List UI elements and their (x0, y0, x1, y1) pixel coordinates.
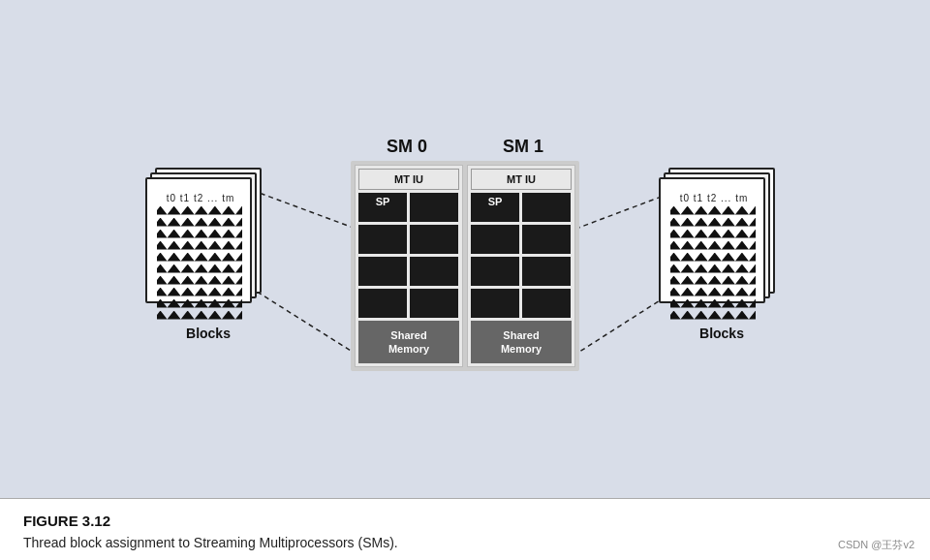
sm-labels-row: SM 0 SM 1 (349, 137, 581, 157)
csdn-watermark: CSDN @王芬v2 (838, 538, 914, 552)
thread-wave-9 (157, 299, 242, 308)
sm0-cell-4 (410, 257, 458, 286)
right-block-card-front: t0 t1 t2 ... tm (659, 177, 765, 303)
sm1-sp-dark (522, 193, 571, 222)
diagram-area: t0 t1 t2 ... tm (0, 0, 930, 498)
sm1-grid-row-1 (471, 225, 572, 254)
sm0-panel: MT IU SP (355, 165, 463, 368)
figure-label: FIGURE 3.12 (23, 513, 907, 529)
right-block-stack: t0 t1 t2 ... tm (659, 168, 785, 318)
sm1-grid-row-3 (471, 289, 572, 318)
sm1-sp-block: SP (471, 193, 519, 222)
sm0-grid-row-1 (358, 225, 459, 254)
sm0-cell-2 (410, 225, 458, 254)
sm1-label: SM 1 (465, 137, 581, 157)
right-thread-wave-2 (670, 218, 756, 227)
thread-wave-5 (157, 253, 242, 262)
sm1-panel: MT IU SP (467, 165, 575, 368)
sm1-cell-5 (471, 289, 519, 318)
sm0-cell-5 (358, 289, 407, 318)
sm1-cell-4 (522, 257, 571, 286)
sm0-sp-block: SP (358, 193, 407, 222)
right-thread-lines (670, 205, 758, 321)
right-thread-wave-9 (670, 299, 756, 308)
right-thread-wave-6 (670, 264, 756, 273)
left-blocks-label: Blocks (186, 326, 231, 341)
diagram-inner: t0 t1 t2 ... tm (87, 137, 843, 372)
sm0-cell-6 (410, 289, 458, 318)
right-thread-wave-5 (670, 253, 756, 262)
thread-wave-4 (157, 241, 242, 250)
sm0-cell-3 (358, 257, 407, 286)
sm1-shared-memory: SharedMemory (471, 321, 572, 364)
left-thread-lines (157, 205, 244, 321)
sm1-cell-6 (522, 289, 571, 318)
right-thread-wave-1 (670, 206, 756, 215)
main-container: t0 t1 t2 ... tm (0, 0, 930, 560)
right-blocks-label: Blocks (699, 326, 744, 341)
sm0-sp-dark (410, 193, 458, 222)
bottom-area: FIGURE 3.12 Thread block assignment to S… (0, 498, 930, 560)
right-thread-label: t0 t1 t2 ... tm (680, 193, 749, 203)
sm0-cell-1 (358, 225, 407, 254)
left-blocks-wrapper: t0 t1 t2 ... tm (145, 168, 271, 341)
sm1-cell-2 (522, 225, 571, 254)
right-thread-wave-7 (670, 276, 756, 285)
thread-wave-1 (157, 206, 242, 215)
sm-panels: SM 0 SM 1 MT IU SP (349, 137, 581, 372)
left-block-inner: t0 t1 t2 ... tm (147, 189, 254, 315)
thread-wave-8 (157, 288, 242, 296)
sm1-mt-iu: MT IU (471, 169, 572, 190)
right-thread-wave-3 (670, 230, 756, 238)
sm1-cell-3 (471, 257, 519, 286)
thread-wave-7 (157, 276, 242, 285)
left-block-stack: t0 t1 t2 ... tm (145, 168, 271, 318)
right-blocks-wrapper: t0 t1 t2 ... tm (659, 168, 785, 341)
thread-wave-2 (157, 218, 242, 227)
thread-wave-6 (157, 264, 242, 273)
sm0-mt-iu: MT IU (358, 169, 459, 190)
sm0-label: SM 0 (349, 137, 465, 157)
right-thread-wave-4 (670, 241, 756, 250)
left-thread-label: t0 t1 t2 ... tm (167, 193, 235, 203)
sm0-grid-row-2 (358, 257, 459, 286)
sm-panels-row: MT IU SP (351, 161, 579, 372)
sm0-sp-row: SP (358, 193, 459, 222)
sm1-grid-row-2 (471, 257, 572, 286)
thread-wave-3 (157, 230, 242, 238)
right-thread-wave-10 (670, 311, 756, 320)
right-block-inner: t0 t1 t2 ... tm (661, 189, 767, 315)
right-thread-wave-8 (670, 288, 756, 296)
thread-wave-10 (157, 311, 242, 320)
sm1-sp-row: SP (471, 193, 572, 222)
sm0-grid-row-3 (358, 289, 459, 318)
figure-caption: Thread block assignment to Streaming Mul… (23, 535, 907, 550)
sm1-cell-1 (471, 225, 519, 254)
sm0-shared-memory: SharedMemory (358, 321, 459, 364)
left-block-card-front: t0 t1 t2 ... tm (145, 177, 252, 303)
